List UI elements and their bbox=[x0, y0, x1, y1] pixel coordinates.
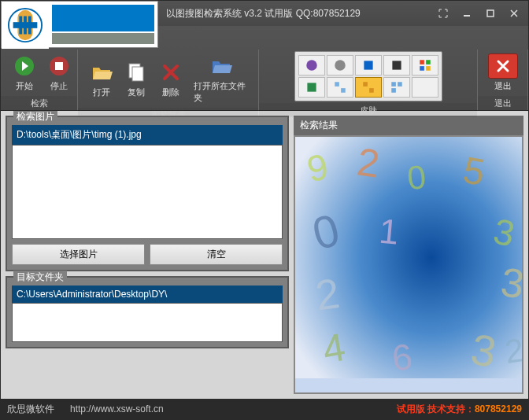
svg-point-9 bbox=[306, 60, 317, 71]
logo-block bbox=[1, 1, 158, 48]
open-in-folder-button[interactable]: 打开所在文件夹 bbox=[188, 51, 254, 106]
start-button[interactable]: 开始 bbox=[7, 51, 42, 94]
svg-text:0: 0 bbox=[405, 158, 427, 197]
target-folder-list bbox=[12, 303, 283, 342]
skin-selector bbox=[294, 51, 442, 101]
main-area: 检索图片 D:\tools\桌面\图片\timg (1).jpg 选择图片 清空… bbox=[1, 111, 528, 399]
skin-option[interactable] bbox=[298, 55, 325, 76]
group-label-exit: 退出 bbox=[478, 96, 527, 110]
status-company: 欣思微软件 bbox=[7, 403, 54, 416]
group-label-search: 检索 bbox=[1, 96, 77, 110]
svg-rect-1 bbox=[13, 22, 38, 28]
window-title: 以图搜图检索系统 v3.2 试用版 QQ:807852129 bbox=[166, 7, 361, 20]
svg-rect-14 bbox=[426, 60, 431, 64]
copy-button[interactable]: 复制 bbox=[119, 57, 154, 101]
select-image-button[interactable]: 选择图片 bbox=[12, 244, 145, 265]
svg-rect-23 bbox=[398, 82, 402, 87]
search-image-panel: 检索图片 D:\tools\桌面\图片\timg (1).jpg 选择图片 清空 bbox=[6, 116, 289, 271]
svg-rect-11 bbox=[364, 61, 372, 69]
skin-option[interactable] bbox=[383, 77, 410, 98]
skin-option[interactable] bbox=[383, 55, 410, 76]
results-header: 检索结果 bbox=[294, 116, 523, 135]
target-folder-path[interactable]: C:\Users\Administrator\Desktop\DY\ bbox=[12, 286, 283, 303]
svg-rect-6 bbox=[55, 62, 63, 70]
logo-bars bbox=[49, 2, 157, 47]
svg-rect-12 bbox=[392, 61, 401, 69]
svg-rect-17 bbox=[307, 83, 316, 91]
svg-rect-20 bbox=[363, 82, 368, 87]
skin-option[interactable] bbox=[412, 55, 438, 76]
svg-rect-8 bbox=[132, 67, 143, 81]
svg-text:1: 1 bbox=[378, 212, 401, 252]
svg-rect-24 bbox=[391, 88, 396, 93]
statusbar: 欣思微软件 http://www.xsw-soft.cn 试用版 技术支持：80… bbox=[1, 399, 528, 419]
status-right: 试用版 技术支持：807852129 bbox=[397, 403, 522, 416]
skin-option-active[interactable] bbox=[355, 77, 382, 98]
group-label-skin: 皮肤 bbox=[259, 103, 477, 117]
maximize-button[interactable] bbox=[479, 6, 501, 21]
clear-button[interactable]: 清空 bbox=[150, 244, 283, 265]
svg-rect-22 bbox=[391, 82, 396, 87]
svg-rect-21 bbox=[369, 88, 374, 93]
search-image-path[interactable]: D:\tools\桌面\图片\timg (1).jpg bbox=[12, 125, 283, 145]
search-image-legend: 检索图片 bbox=[13, 111, 57, 123]
skin-option[interactable] bbox=[327, 77, 353, 98]
svg-rect-16 bbox=[426, 66, 431, 71]
svg-rect-13 bbox=[420, 60, 424, 64]
svg-point-10 bbox=[335, 60, 346, 71]
svg-rect-15 bbox=[420, 66, 424, 71]
skin-option[interactable] bbox=[355, 55, 382, 76]
search-image-preview bbox=[12, 145, 283, 239]
minimize-button[interactable] bbox=[456, 6, 478, 21]
target-folder-panel: 目标文件夹 C:\Users\Administrator\Desktop\DY\ bbox=[6, 276, 289, 348]
stop-button[interactable]: 停止 bbox=[42, 51, 76, 94]
titlebar: 以图搜图检索系统 v3.2 试用版 QQ:807852129 bbox=[1, 1, 528, 26]
results-body: 9 2 0 5 0 1 2 3 4 3 6 3 2 bbox=[294, 135, 523, 394]
exit-button[interactable]: 退出 bbox=[484, 51, 521, 94]
svg-rect-19 bbox=[341, 88, 346, 93]
svg-text:6: 6 bbox=[390, 336, 414, 378]
svg-rect-18 bbox=[335, 82, 339, 87]
skin-option[interactable] bbox=[298, 77, 325, 98]
logo-icon bbox=[2, 2, 49, 49]
close-button[interactable] bbox=[503, 6, 525, 21]
open-button[interactable]: 打开 bbox=[84, 57, 119, 101]
svg-rect-3 bbox=[487, 10, 494, 17]
status-url[interactable]: http://www.xsw-soft.cn bbox=[70, 403, 164, 414]
skin-option[interactable] bbox=[327, 55, 353, 76]
target-folder-legend: 目标文件夹 bbox=[13, 271, 67, 284]
skin-option[interactable] bbox=[412, 77, 438, 98]
delete-button[interactable]: 删除 bbox=[154, 57, 188, 101]
fullscreen-icon[interactable] bbox=[432, 6, 454, 21]
